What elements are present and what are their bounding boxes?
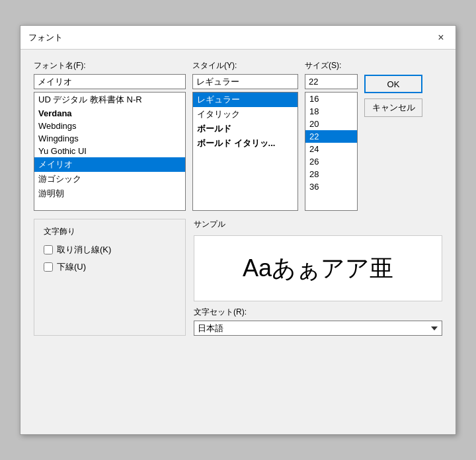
title-bar: フォント × — [20, 26, 456, 50]
dialog-title: フォント — [28, 32, 63, 44]
charset-group: 文字セット(R): 日本語英語中国語 — [194, 307, 442, 336]
underline-row: 下線(U) — [44, 261, 176, 273]
list-item[interactable]: 18 — [305, 105, 357, 118]
font-name-listbox[interactable]: UD デジタル 教科書体 N-RVerdanaWebdingsWingdings… — [34, 93, 185, 210]
top-section: フォント名(F): UD デジタル 教科書体 N-RVerdanaWebding… — [34, 60, 442, 211]
charset-select[interactable]: 日本語英語中国語 — [194, 321, 442, 336]
decoration-title: 文字飾り — [44, 226, 176, 237]
bottom-section: 文字飾り 取り消し線(K) 下線(U) サンプル Aaあぁアア亜 文字セット(R… — [34, 219, 442, 336]
strikethrough-row: 取り消し線(K) — [44, 244, 176, 256]
underline-checkbox[interactable] — [44, 262, 53, 272]
font-name-group: フォント名(F): UD デジタル 教科書体 N-RVerdanaWebding… — [34, 60, 186, 211]
cancel-button[interactable]: キャンセル — [364, 98, 422, 117]
list-item[interactable]: 20 — [305, 118, 357, 130]
size-group: サイズ(S): 1618202224262836 — [305, 60, 358, 211]
list-item[interactable]: Yu Gothic UI — [34, 145, 185, 157]
list-item[interactable]: ボールド — [193, 122, 298, 136]
ok-button[interactable]: OK — [364, 75, 422, 93]
font-name-label: フォント名(F): — [34, 60, 186, 71]
font-dialog: フォント × フォント名(F): UD デジタル 教科書体 N-RVerdana… — [20, 25, 456, 435]
size-listbox-container: 1618202224262836 — [305, 92, 358, 211]
sample-title: サンプル — [194, 219, 442, 230]
size-listbox[interactable]: 1618202224262836 — [305, 93, 357, 210]
list-item[interactable]: イタリック — [193, 107, 298, 122]
list-item[interactable]: 22 — [305, 130, 357, 143]
style-input[interactable] — [192, 74, 298, 89]
list-item[interactable]: UD デジタル 教科書体 N-R — [34, 93, 185, 107]
charset-select-wrapper: 日本語英語中国語 — [194, 321, 442, 336]
list-item[interactable]: Webdings — [34, 120, 185, 132]
list-item[interactable]: 36 — [305, 180, 357, 193]
strikethrough-checkbox[interactable] — [44, 245, 53, 254]
sample-and-charset: サンプル Aaあぁアア亜 文字セット(R): 日本語英語中国語 — [194, 219, 442, 336]
font-name-input[interactable] — [34, 74, 186, 89]
list-item[interactable]: 28 — [305, 168, 357, 180]
size-label: サイズ(S): — [305, 60, 358, 71]
list-item[interactable]: Wingdings — [34, 132, 185, 145]
list-item[interactable]: ボールド イタリッ... — [193, 136, 298, 151]
size-input[interactable] — [305, 74, 358, 89]
close-button[interactable]: × — [434, 31, 448, 44]
list-item[interactable]: メイリオ — [34, 157, 185, 172]
list-item[interactable]: 16 — [305, 93, 357, 105]
style-group: スタイル(Y): レギュラーイタリックボールドボールド イタリッ... — [192, 60, 298, 211]
list-item[interactable]: 游明朝 — [34, 186, 185, 201]
style-listbox-container: レギュラーイタリックボールドボールド イタリッ... — [192, 92, 298, 211]
list-item[interactable]: Verdana — [34, 107, 185, 120]
underline-label: 下線(U) — [57, 261, 86, 273]
buttons-group: OK キャンセル — [364, 75, 422, 117]
charset-label: 文字セット(R): — [194, 307, 442, 318]
strikethrough-label: 取り消し線(K) — [57, 244, 111, 256]
list-item[interactable]: 游ゴシック — [34, 172, 185, 186]
list-item[interactable]: 26 — [305, 155, 357, 168]
decoration-box: 文字飾り 取り消し線(K) 下線(U) — [34, 219, 186, 336]
font-name-listbox-container: UD デジタル 教科書体 N-RVerdanaWebdingsWingdings… — [34, 92, 186, 211]
sample-box: Aaあぁアア亜 — [194, 235, 442, 301]
sample-text: Aaあぁアア亜 — [243, 252, 393, 285]
list-item[interactable]: 24 — [305, 143, 357, 155]
style-listbox[interactable]: レギュラーイタリックボールドボールド イタリッ... — [193, 93, 298, 210]
dialog-body: フォント名(F): UD デジタル 教科書体 N-RVerdanaWebding… — [20, 50, 456, 434]
list-item[interactable]: レギュラー — [193, 93, 298, 107]
style-label: スタイル(Y): — [192, 60, 298, 71]
